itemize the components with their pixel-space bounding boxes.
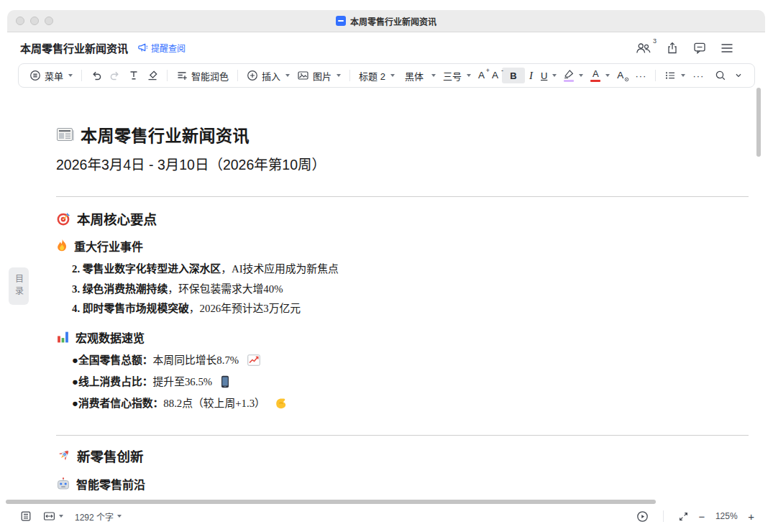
- bar-chart-icon: [56, 330, 70, 344]
- hamburger-menu-icon: [721, 43, 733, 53]
- collaborators-count: 3: [653, 37, 657, 45]
- zoom-level[interactable]: 125%: [714, 511, 738, 521]
- chevron-down-icon: [68, 74, 73, 77]
- remind-review-button[interactable]: 提醒查阅: [138, 42, 186, 54]
- fullscreen-button[interactable]: [678, 511, 689, 522]
- doc-heading-1[interactable]: 本周零售行业新闻资讯: [56, 122, 749, 147]
- list-item[interactable]: 4. 即时零售市场规模突破，2026年预计达3万亿元: [72, 299, 749, 319]
- traffic-lights: [16, 17, 53, 25]
- smart-polish-label: 智能润色: [191, 69, 229, 83]
- collaborators-button[interactable]: 3: [636, 42, 651, 54]
- image-button[interactable]: 图片: [293, 66, 344, 85]
- bullet-list-button[interactable]: [661, 66, 689, 85]
- bullet-item[interactable]: ●全国零售总额：本周同比增长8.7%: [72, 349, 749, 371]
- undo-button[interactable]: [87, 66, 106, 85]
- image-label: 图片: [313, 69, 331, 83]
- font-color-button[interactable]: A: [587, 66, 613, 85]
- document-canvas[interactable]: 本周零售行业新闻资讯 2026年3月4日 - 3月10日（2026年第10周） …: [0, 90, 773, 500]
- play-circle-icon: [636, 510, 649, 523]
- more-format-button[interactable]: ···: [631, 66, 650, 85]
- undo-icon: [91, 70, 102, 81]
- redo-icon: [109, 70, 121, 81]
- bullet-item[interactable]: ●消费者信心指数：88.2点（较上周+1.3）: [72, 393, 749, 414]
- bullet-item[interactable]: ●线上消费占比：提升至36.5%: [72, 371, 749, 393]
- fullscreen-icon: [678, 511, 689, 522]
- share-button[interactable]: [666, 42, 679, 55]
- present-mode-button[interactable]: [636, 510, 649, 523]
- increase-font-button[interactable]: A+: [475, 66, 488, 85]
- font-name-select[interactable]: 黑体: [401, 66, 439, 85]
- zoom-out-button[interactable]: −: [698, 510, 705, 523]
- doc-date-range[interactable]: 2026年3月4日 - 3月10日（2026年第10周）: [56, 153, 749, 174]
- divider: [81, 70, 82, 81]
- list-item[interactable]: 2. 零售业数字化转型进入深水区，AI技术应用成为新焦点: [72, 260, 749, 280]
- divider: [663, 510, 664, 522]
- outline-icon: [20, 510, 32, 522]
- collapse-toolbar-button[interactable]: [730, 66, 747, 85]
- chevron-down-icon: [605, 74, 610, 77]
- chevron-down-icon: [59, 515, 63, 518]
- insert-button[interactable]: 插入: [243, 66, 293, 85]
- font-color-swatch: [590, 80, 600, 82]
- outline-toggle-button[interactable]: [20, 510, 32, 522]
- smart-polish-button[interactable]: 智能润色: [173, 66, 232, 85]
- word-count-button[interactable]: 1292 个字: [75, 510, 122, 523]
- clear-format-button[interactable]: [143, 66, 162, 85]
- megaphone-icon: [138, 43, 148, 52]
- minimize-button[interactable]: [30, 17, 39, 25]
- chevron-down-icon: [579, 74, 583, 77]
- search-icon: [715, 70, 726, 81]
- robot-icon: [56, 477, 70, 490]
- section-heading-core[interactable]: 本周核心要点: [56, 209, 749, 228]
- font-size-select[interactable]: 三号: [439, 66, 475, 85]
- toc-tab[interactable]: 目录: [9, 267, 29, 305]
- format-painter-button[interactable]: [124, 66, 143, 85]
- divider: [167, 70, 168, 81]
- chevron-down-icon: [285, 74, 290, 77]
- horizontal-rule: [56, 196, 749, 197]
- header: 本周零售行业新闻资讯 提醒查阅 3: [7, 32, 765, 63]
- mobile-phone-icon: [221, 375, 229, 388]
- chevron-down-icon: [390, 74, 395, 77]
- eraser-icon: [147, 70, 158, 81]
- paragraph-style-value: 标题 2: [359, 69, 385, 83]
- text-effects-button[interactable]: A: [613, 66, 627, 85]
- chevron-down-icon: [117, 515, 122, 518]
- more-menu-button[interactable]: [721, 43, 733, 53]
- bold-button[interactable]: B: [502, 68, 525, 83]
- more-tools-button[interactable]: ···: [689, 66, 708, 85]
- doc-title-text: 本周零售行业新闻资讯: [81, 122, 250, 147]
- share-icon: [666, 42, 679, 55]
- paragraph-style-select[interactable]: 标题 2: [355, 66, 398, 85]
- zoom-in-button[interactable]: +: [748, 510, 754, 523]
- chevron-down-icon: [337, 74, 341, 77]
- subsection-heading-macro[interactable]: 宏观数据速览: [56, 329, 749, 346]
- menu-button[interactable]: 菜单: [26, 66, 76, 85]
- horizontal-scrollbar[interactable]: [6, 500, 656, 504]
- section-heading-innovation[interactable]: 新零售创新: [56, 446, 749, 465]
- redo-button[interactable]: [106, 66, 124, 85]
- chevron-down-icon: [467, 74, 471, 77]
- maximize-button[interactable]: [45, 17, 53, 25]
- menu-label: 菜单: [45, 69, 63, 83]
- chevron-down-icon: [733, 70, 744, 81]
- insert-label: 插入: [262, 69, 280, 83]
- circle-menu-icon: [29, 70, 41, 81]
- list-item[interactable]: 3. 绿色消费热潮持续，环保包装需求大增40%: [72, 280, 749, 300]
- highlight-color-button[interactable]: [560, 66, 587, 85]
- close-button[interactable]: [16, 17, 24, 25]
- vertical-scrollbar[interactable]: [756, 88, 761, 157]
- italic-button[interactable]: I: [525, 66, 537, 85]
- underline-button[interactable]: U: [537, 66, 560, 85]
- chevron-down-icon: [681, 74, 685, 77]
- decrease-font-button[interactable]: A-: [488, 66, 502, 85]
- chevron-down-icon: [431, 74, 436, 77]
- target-icon: [56, 211, 71, 226]
- subsection-heading-events[interactable]: 重大行业事件: [56, 237, 749, 254]
- search-button[interactable]: [711, 66, 730, 85]
- highlight-color-swatch: [564, 80, 574, 82]
- page-width-button[interactable]: [43, 510, 63, 522]
- subsection-heading-smart[interactable]: 智能零售前沿: [56, 475, 749, 492]
- comment-button[interactable]: [693, 42, 706, 54]
- status-bar: 1292 个字 − 125% +: [0, 505, 773, 527]
